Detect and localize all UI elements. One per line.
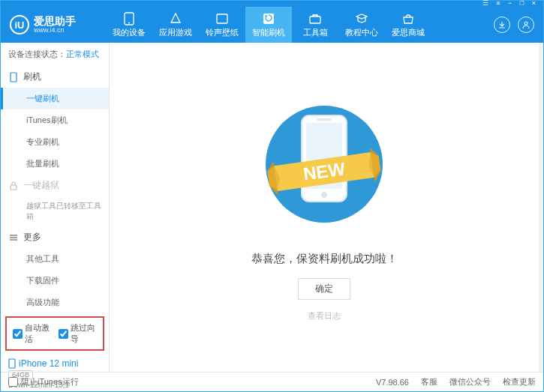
brand-url: www.i4.cn — [34, 26, 76, 34]
svg-rect-13 — [317, 118, 332, 121]
nav-label: 爱思商城 — [392, 27, 425, 38]
device-name: iPhone 12 mini — [8, 358, 101, 369]
jailbreak-note: 越狱工具已转移至工具箱 — [1, 196, 109, 226]
brand-title: 爱思助手 — [34, 16, 76, 26]
phone-tiny-icon — [8, 358, 16, 369]
brand-logo: iU — [10, 15, 29, 34]
section-more[interactable]: 更多 — [1, 226, 109, 248]
window-controls[interactable]: ☰ ≡ − □ × — [482, 0, 539, 7]
sidebar-item-firmware[interactable]: 下载固件 — [1, 270, 109, 292]
check-update-link[interactable]: 检查更新 — [503, 376, 536, 388]
success-message: 恭喜您，保资料刷机成功啦！ — [251, 252, 398, 266]
phone-small-icon — [8, 72, 19, 82]
wallpaper-icon — [215, 12, 229, 25]
svg-rect-2 — [217, 14, 227, 23]
phone-icon — [122, 12, 136, 25]
nav-apps[interactable]: 应用游戏 — [152, 7, 199, 43]
body: 设备连接状态：正常模式 刷机 一键刷机 iTunes刷机 专业刷机 批量刷机 一… — [1, 43, 543, 372]
nav-label: 教程中心 — [345, 27, 378, 38]
version-label: V7.98.66 — [376, 378, 409, 387]
nav-label: 应用游戏 — [159, 27, 192, 38]
main-content: NEW 恭喜您，保资料刷机成功啦！ 确定 查看日志 — [110, 43, 539, 372]
nav-flash[interactable]: 智能刷机 — [245, 7, 292, 43]
titlebar: ☰ ≡ − □ × — [1, 1, 543, 7]
footer: 阻止iTunes运行 V7.98.66 客服 微信公众号 检查更新 — [1, 372, 543, 391]
svg-point-5 — [524, 22, 527, 25]
nav-store[interactable]: 爱思商城 — [385, 7, 431, 43]
nav-tutorials[interactable]: 教程中心 — [338, 7, 385, 43]
block-itunes-checkbox[interactable]: 阻止iTunes运行 — [8, 376, 79, 388]
svg-rect-7 — [11, 185, 17, 190]
checkbox-row: 自动激活 跳过向导 — [5, 316, 104, 351]
svg-point-12 — [321, 192, 327, 198]
tutorial-icon — [355, 12, 368, 25]
nav-label: 我的设备 — [113, 27, 146, 38]
phone-illustration: NEW — [242, 100, 407, 235]
svg-rect-8 — [9, 359, 15, 368]
nav: 我的设备 应用游戏 铃声壁纸 智能刷机 工具箱 教程中心 — [106, 7, 494, 43]
device-status: 设备连接状态：正常模式 — [1, 43, 109, 66]
nav-label: 智能刷机 — [252, 27, 285, 38]
svg-rect-6 — [11, 73, 17, 82]
view-log-link[interactable]: 查看日志 — [308, 310, 341, 322]
header-right — [494, 16, 543, 33]
lock-icon — [8, 181, 19, 191]
svg-rect-4 — [310, 16, 320, 23]
sidebar-item-oneclick[interactable]: 一键刷机 — [1, 88, 109, 109]
nav-ringtones[interactable]: 铃声壁纸 — [199, 7, 245, 43]
sidebar-item-other[interactable]: 其他工具 — [1, 248, 109, 270]
wechat-link[interactable]: 微信公众号 — [449, 376, 491, 388]
nav-label: 铃声壁纸 — [206, 27, 239, 38]
user-button[interactable] — [518, 16, 534, 33]
section-jailbreak: 一键越狱 — [1, 175, 109, 196]
nav-label: 工具箱 — [303, 27, 328, 38]
service-link[interactable]: 客服 — [421, 376, 437, 388]
sidebar: 设备连接状态：正常模式 刷机 一键刷机 iTunes刷机 专业刷机 批量刷机 一… — [1, 43, 110, 372]
scrollbar[interactable] — [539, 43, 543, 372]
app-window: ☰ ≡ − □ × iU 爱思助手 www.i4.cn 我的设备 应用游戏 铃声… — [0, 0, 544, 392]
sidebar-item-itunes[interactable]: iTunes刷机 — [1, 109, 109, 131]
section-flash[interactable]: 刷机 — [1, 66, 109, 88]
nav-my-device[interactable]: 我的设备 — [106, 7, 152, 43]
skip-guide-checkbox[interactable]: 跳过向导 — [59, 322, 97, 345]
flash-icon — [262, 12, 275, 25]
auto-activate-checkbox[interactable]: 自动激活 — [13, 322, 51, 345]
brand: iU 爱思助手 www.i4.cn — [1, 15, 106, 34]
ok-button[interactable]: 确定 — [298, 278, 350, 300]
sidebar-item-batch[interactable]: 批量刷机 — [1, 153, 109, 175]
nav-toolbox[interactable]: 工具箱 — [292, 7, 338, 43]
svg-point-1 — [128, 22, 130, 23]
sidebar-item-advanced[interactable]: 高级功能 — [1, 292, 109, 313]
header: iU 爱思助手 www.i4.cn 我的设备 应用游戏 铃声壁纸 智能刷机 — [1, 7, 543, 43]
apps-icon — [169, 12, 182, 25]
store-icon — [401, 12, 415, 25]
toolbox-icon — [308, 12, 322, 25]
sidebar-item-pro[interactable]: 专业刷机 — [1, 131, 109, 153]
download-button[interactable] — [494, 16, 510, 33]
more-icon — [8, 232, 19, 243]
